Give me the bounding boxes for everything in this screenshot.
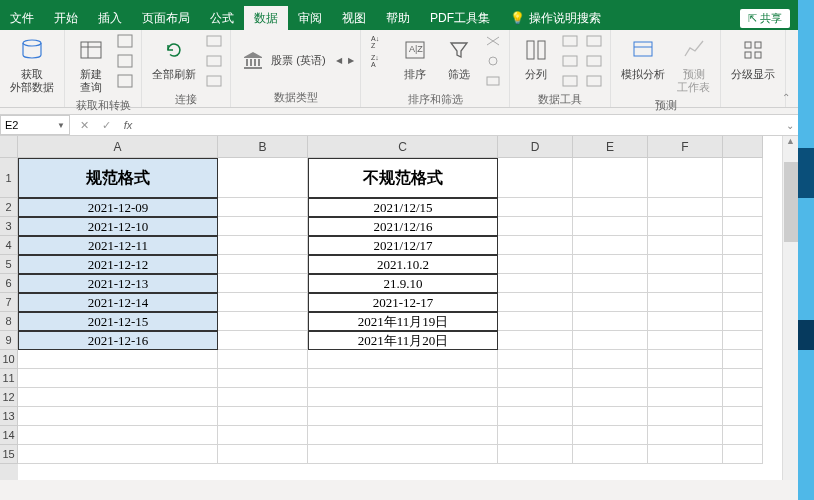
cell[interactable]: [308, 388, 498, 407]
scroll-thumb[interactable]: [784, 162, 798, 242]
cell[interactable]: [308, 369, 498, 388]
new-query-button[interactable]: 新建 查询: [71, 32, 111, 96]
fx-button[interactable]: fx: [118, 116, 138, 134]
cell[interactable]: 2021-12-17: [308, 293, 498, 312]
tab-home[interactable]: 开始: [44, 6, 88, 30]
cell[interactable]: 2021-12-13: [18, 274, 218, 293]
refresh-all-button[interactable]: 全部刷新: [148, 32, 200, 83]
row-header[interactable]: 11: [0, 369, 18, 388]
col-header-A[interactable]: A: [18, 136, 218, 158]
sort-desc-button[interactable]: Z↓A: [367, 51, 391, 69]
cell[interactable]: [648, 350, 723, 369]
cell[interactable]: [723, 158, 763, 198]
chevron-left-icon[interactable]: ◀: [336, 56, 342, 65]
cell[interactable]: [218, 158, 308, 198]
cell[interactable]: [498, 388, 573, 407]
cell[interactable]: [648, 198, 723, 217]
conn-small-2[interactable]: [204, 52, 224, 70]
col-header-C[interactable]: C: [308, 136, 498, 158]
cell[interactable]: [218, 350, 308, 369]
vertical-scrollbar[interactable]: ▲: [782, 136, 798, 480]
cell[interactable]: [18, 369, 218, 388]
cell[interactable]: [218, 255, 308, 274]
col-header-F[interactable]: F: [648, 136, 723, 158]
tool-small-3[interactable]: [560, 72, 580, 90]
filter-clear[interactable]: [483, 32, 503, 50]
row-header[interactable]: 8: [0, 312, 18, 331]
tool-small-2[interactable]: [560, 52, 580, 70]
cell[interactable]: [218, 198, 308, 217]
cell[interactable]: [723, 331, 763, 350]
cell[interactable]: 2021/12/17: [308, 236, 498, 255]
tab-layout[interactable]: 页面布局: [132, 6, 200, 30]
tab-review[interactable]: 审阅: [288, 6, 332, 30]
row-header[interactable]: 15: [0, 445, 18, 464]
cell[interactable]: [648, 236, 723, 255]
small-btn-2[interactable]: [115, 52, 135, 70]
cell[interactable]: [573, 293, 648, 312]
tell-me[interactable]: 💡 操作说明搜索: [500, 6, 611, 30]
whatif-button[interactable]: 模拟分析: [617, 32, 669, 83]
cell[interactable]: [218, 426, 308, 445]
cancel-formula-button[interactable]: ✕: [74, 116, 94, 134]
cell[interactable]: [498, 350, 573, 369]
cell[interactable]: [498, 407, 573, 426]
row-header-1[interactable]: 1: [0, 158, 18, 198]
cell[interactable]: [498, 369, 573, 388]
cell[interactable]: [723, 350, 763, 369]
cell[interactable]: 2021.10.2: [308, 255, 498, 274]
filter-reapply[interactable]: [483, 52, 503, 70]
formula-input[interactable]: [142, 115, 782, 135]
tool-small-4[interactable]: [584, 32, 604, 50]
tab-help[interactable]: 帮助: [376, 6, 420, 30]
cell[interactable]: [573, 198, 648, 217]
stocks-button[interactable]: 股票 (英语): [237, 46, 329, 74]
cell[interactable]: [498, 312, 573, 331]
text-to-columns-button[interactable]: 分列: [516, 32, 556, 83]
cell[interactable]: [18, 407, 218, 426]
row-header[interactable]: 5: [0, 255, 18, 274]
chevron-down-icon[interactable]: ▼: [57, 121, 65, 130]
select-all-corner[interactable]: [0, 136, 18, 158]
conn-small-1[interactable]: [204, 32, 224, 50]
cell[interactable]: [723, 293, 763, 312]
cell[interactable]: [648, 312, 723, 331]
cell[interactable]: 不规范格式: [308, 158, 498, 198]
small-btn-1[interactable]: [115, 32, 135, 50]
cell[interactable]: 2021/12/15: [308, 198, 498, 217]
cell[interactable]: [18, 445, 218, 464]
cell[interactable]: [723, 445, 763, 464]
accept-formula-button[interactable]: ✓: [96, 116, 116, 134]
cell[interactable]: [648, 445, 723, 464]
cell[interactable]: [648, 407, 723, 426]
cell[interactable]: [218, 445, 308, 464]
cell[interactable]: [498, 331, 573, 350]
cell[interactable]: [723, 312, 763, 331]
cell[interactable]: [498, 293, 573, 312]
tool-small-6[interactable]: [584, 72, 604, 90]
cell[interactable]: [498, 198, 573, 217]
cell[interactable]: [648, 293, 723, 312]
cell[interactable]: [498, 445, 573, 464]
cell[interactable]: 规范格式: [18, 158, 218, 198]
cell[interactable]: 2021-12-11: [18, 236, 218, 255]
cell[interactable]: [648, 388, 723, 407]
cell[interactable]: [723, 236, 763, 255]
col-header-D[interactable]: D: [498, 136, 573, 158]
cell[interactable]: 2021年11月20日: [308, 331, 498, 350]
cell[interactable]: [573, 407, 648, 426]
cell[interactable]: [648, 274, 723, 293]
row-header[interactable]: 6: [0, 274, 18, 293]
cell[interactable]: [648, 369, 723, 388]
cell[interactable]: [573, 236, 648, 255]
cell[interactable]: [573, 255, 648, 274]
row-header[interactable]: 9: [0, 331, 18, 350]
cell[interactable]: [498, 158, 573, 198]
cell[interactable]: [723, 198, 763, 217]
cell[interactable]: [218, 331, 308, 350]
cell[interactable]: [648, 255, 723, 274]
sort-button[interactable]: A|Z 排序: [395, 32, 435, 83]
row-header[interactable]: 14: [0, 426, 18, 445]
conn-small-3[interactable]: [204, 72, 224, 90]
cell[interactable]: [218, 369, 308, 388]
